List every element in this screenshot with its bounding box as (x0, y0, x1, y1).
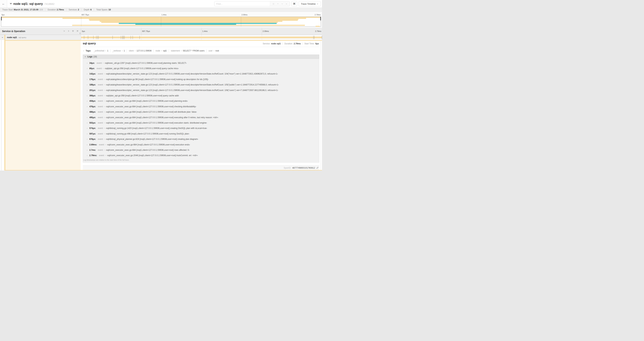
chevron-right-icon (86, 138, 88, 141)
log-field-value: ‹sql/conn_executor_exec.go:684 [nsql1,cl… (106, 111, 197, 113)
span-duration-bar[interactable] (81, 37, 322, 38)
log-field-value: ‹sql/plan_opt.go:358 [nsql1,client=127.0… (104, 67, 179, 70)
log-timestamp: 574μs: (89, 127, 96, 129)
duration-label: Duration (48, 9, 56, 11)
spanid-footer: SpanID: 4877749850101760812 (83, 165, 319, 170)
ruler-gridline (141, 28, 142, 35)
prev-match-chevron-up-icon[interactable] (277, 3, 279, 5)
tag-value: SELECT * FROM users (183, 50, 205, 52)
log-field-key: event (98, 149, 103, 151)
log-row[interactable]: 142μs:event=‹sql/catalog/lease/descripto… (86, 71, 318, 77)
logs-list: 34μs:event=‹sql/exec_util.go:2297 [nsql1… (83, 59, 319, 158)
log-row[interactable]: 678μs:event=‹sql/distsql_physical_planne… (86, 136, 318, 142)
collapse-one-chevron-down-icon[interactable] (63, 30, 65, 33)
collapse-all-double-chevron-down-icon[interactable] (72, 30, 74, 33)
log-row[interactable]: 597μs:event=‹sql/distsql_running.go:498 … (86, 131, 318, 136)
log-event-tick (124, 36, 125, 39)
log-event-tick (313, 36, 314, 39)
log-timestamp: 486μs: (89, 111, 96, 113)
log-row[interactable]: 486μs:event=‹sql/conn_executor_exec.go:6… (86, 109, 318, 115)
trace-start-label: Trace Start (2, 9, 13, 11)
find-input[interactable] (214, 2, 270, 6)
log-event-tick (112, 36, 113, 39)
log-row[interactable]: 502μs:event=‹sql/conn_executor_exec.go:6… (86, 120, 318, 125)
tag-item: statement=SELECT * FROM users (169, 49, 206, 52)
log-row[interactable]: 2.7ms:event=‹sql/conn_executor_exec.go:6… (86, 147, 318, 153)
log-row[interactable]: 495μs:event=‹sql/conn_executor_exec.go:6… (86, 115, 318, 120)
log-row[interactable]: 574μs:event=‹sql/distsql_running.go:1420… (86, 126, 318, 131)
logs-accordion-header[interactable]: Logs (18) (83, 55, 319, 59)
expand-all-double-chevron-right-icon[interactable] (76, 30, 78, 33)
chevron-right-icon (86, 132, 88, 135)
match-scroll-icon[interactable] (272, 3, 274, 5)
log-row[interactable]: 34μs:event=‹sql/exec_util.go:2297 [nsql1… (86, 60, 318, 66)
tag-key: statement (171, 50, 180, 52)
logs-title: Logs (88, 56, 92, 58)
log-row[interactable]: 80μs:event=‹sql/plan_opt.go:358 [nsql1,c… (86, 66, 318, 71)
log-field-key: event (98, 94, 103, 97)
log-row[interactable]: 2.79ms:event=‹sql/conn_executor_exec.go:… (86, 153, 318, 158)
trace-duration: Duration 2.79ms (45, 9, 66, 11)
chevron-right-icon (86, 127, 88, 130)
tag-key: client (129, 50, 134, 52)
detail-meta: Service: node sql1 Duration: 2.79ms Star… (261, 43, 320, 45)
keyboard-shortcuts-button[interactable]: ⌘ (291, 1, 297, 7)
column-resizer-grip[interactable] (80, 33, 80, 34)
log-field-value: ‹sql/distsql_physical_planner.go:828 [ns… (106, 138, 198, 140)
detail-duration: Duration: 2.79ms (282, 43, 302, 45)
equals-sign: = (104, 138, 105, 140)
log-timestamp: 142μs: (89, 73, 96, 75)
detail-top-accent (4, 40, 322, 41)
log-event-tick (131, 36, 131, 39)
log-event-tick (140, 36, 140, 39)
log-field-key: event (98, 122, 103, 124)
log-row[interactable]: 2.69ms:event=‹sql/conn_executor_exec.go:… (86, 142, 318, 147)
log-timestamp: 2.69ms: (89, 143, 97, 146)
service-operation-header: Service & Operation (2, 30, 25, 33)
title-wrap: node sql1: sql query 7418682 (10, 2, 214, 6)
trace-start: Trace Start March 31 2022, 17:25:09 .326 (0, 9, 45, 11)
log-row[interactable]: 476μs:event=‹sql/conn_executor_exec.go:6… (86, 104, 318, 109)
log-event-tick (122, 36, 122, 39)
expand-one-chevron-right-icon[interactable] (68, 30, 70, 33)
equals-sign: = (161, 50, 162, 52)
log-row[interactable]: 459μs:event=‹sql/conn_executor_exec.go:6… (86, 98, 318, 104)
log-field-value: ‹sql/distsql_running.go:498 [nsql1,clien… (106, 133, 190, 135)
log-field-key: event (98, 84, 103, 86)
minimap-right-scrubber-handle[interactable] (320, 17, 321, 21)
log-field-value: ‹sql/conn_executor_exec.go:2046 [nsql1,c… (107, 154, 198, 157)
span-collapse-chevron-down-icon[interactable] (2, 36, 3, 39)
log-row[interactable]: 189μs:event=‹sql/catalog/lease/descripto… (86, 82, 318, 88)
equals-sign: = (122, 50, 123, 52)
tag-key: node (156, 50, 160, 52)
equals-sign: = (134, 50, 136, 52)
log-row[interactable]: 366μs:event=‹sql/plan_opt.go:358 [nsql1,… (86, 93, 318, 98)
collapse-trace-chevron-down-icon[interactable] (10, 2, 12, 6)
equals-sign: = (103, 62, 104, 64)
minimap-left-scrubber-handle[interactable] (1, 17, 2, 21)
log-timestamp: 201μs: (89, 89, 96, 92)
timeline-ruler: 0μs697.75μs1.4ms2.09ms2.79ms (81, 28, 322, 35)
span-name-cell[interactable]: node sql1 sql query (0, 35, 81, 40)
span-track[interactable] (81, 35, 322, 40)
detail-operation-title: sql query (83, 42, 96, 45)
minimap-canvas[interactable] (1, 17, 321, 27)
log-row[interactable]: 201μs:event=‹sql/catalog/lease/descripto… (86, 88, 318, 93)
tag-value: sql1 (163, 50, 167, 52)
log-event-tick (132, 36, 133, 39)
tag-item: node=sql1 (154, 49, 168, 52)
log-field-key: event (96, 62, 102, 64)
next-match-chevron-down-icon[interactable] (281, 3, 283, 5)
log-row[interactable]: 176μs:event=‹sql/catalog/descs/descripto… (86, 77, 318, 82)
log-field-value: ‹sql/conn_executor_exec.go:684 [nsql1,cl… (106, 116, 218, 119)
detail-service: Service: node sql1 (261, 43, 282, 45)
back-button[interactable]: ← (0, 0, 7, 8)
clear-find-x-icon[interactable] (286, 3, 288, 5)
duration-value: 2.79ms (56, 9, 64, 11)
ruler-tick-label: 2.79ms (315, 28, 321, 35)
trace-view-selector[interactable]: Trace Timeline (299, 1, 320, 7)
chevron-right-icon (86, 78, 88, 81)
detail-bottom-accent (4, 170, 322, 171)
tags-accordion[interactable]: Tags: _unfinished=1_verbose=1client=127.… (83, 49, 319, 53)
deep-link-icon[interactable] (316, 167, 318, 169)
